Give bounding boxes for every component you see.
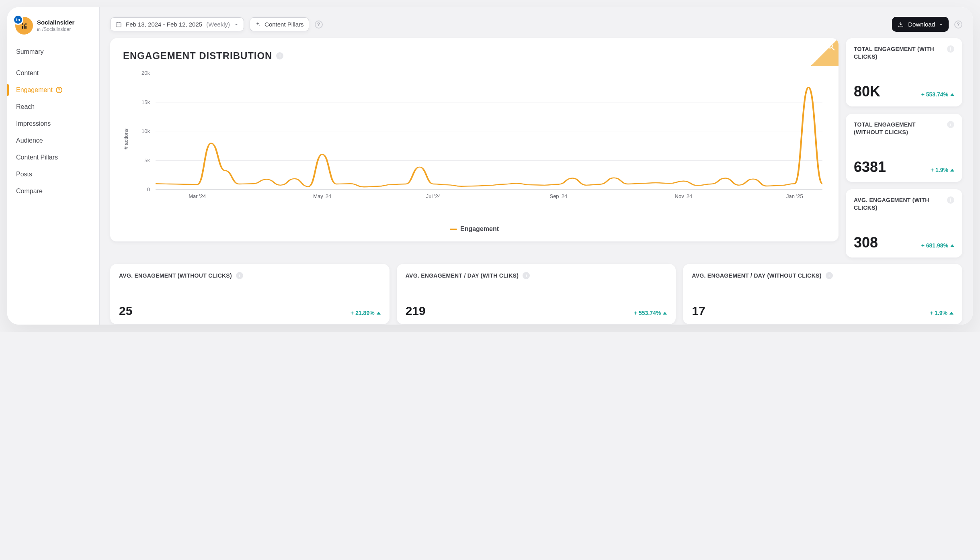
trend-up-icon <box>949 312 953 315</box>
expand-corner[interactable] <box>810 38 839 66</box>
kpi-value: 17 <box>692 304 705 318</box>
trend-up-icon <box>950 244 954 247</box>
kpi-title: AVG. ENGAGEMENT / DAY (WITHOUT CLICKS) <box>692 272 821 280</box>
kpi-title: TOTAL ENGAGEMENT (WITHOUT CLICKS) <box>854 121 943 136</box>
xtick: Jul '24 <box>426 193 441 199</box>
nav-posts[interactable]: Posts <box>7 166 99 183</box>
app-shell: in Socialinsider in /Socialinsider <box>7 7 973 325</box>
main-area: Feb 13, 2024 - Feb 12, 2025 (Weekly) Con… <box>100 7 973 325</box>
nav-pillars[interactable]: Content Pillars <box>7 149 99 166</box>
linkedin-in-icon: in <box>37 27 41 32</box>
svg-rect-1 <box>22 26 23 29</box>
svg-rect-6 <box>116 22 121 27</box>
download-label: Download <box>908 21 935 28</box>
xtick: Mar '24 <box>189 193 206 199</box>
nav-separator <box>16 62 90 62</box>
kpi-delta: + 21.89% <box>351 310 381 316</box>
download-button[interactable]: Download <box>892 17 949 32</box>
kpi-delta: + 553.74% <box>634 310 667 316</box>
ytick: 10k <box>133 128 150 134</box>
chart-xaxis: Mar '24May '24Jul '24Sep '24Nov '24Jan '… <box>156 191 822 205</box>
nav-label: Content Pillars <box>16 154 58 161</box>
nav-summary[interactable]: Summary <box>7 43 99 60</box>
date-range-label: Feb 13, 2024 - Feb 12, 2025 <box>126 21 202 28</box>
nav-label: Engagement <box>16 86 53 94</box>
nav-label: Posts <box>16 171 32 178</box>
info-icon[interactable]: i <box>276 52 283 59</box>
nav-label: Audience <box>16 137 43 144</box>
magnify-icon <box>826 42 835 51</box>
kpi-delta-text: + 1.9% <box>930 310 947 316</box>
nav-impressions[interactable]: Impressions <box>7 115 99 132</box>
info-icon[interactable]: i <box>523 272 530 279</box>
brand-avatar: in <box>15 17 33 35</box>
svg-point-10 <box>259 25 260 26</box>
kpi-avg-engagement-day-without-clicks: AVG. ENGAGEMENT / DAY (WITHOUT CLICKS) i… <box>683 264 962 324</box>
kpi-delta-text: + 681.98% <box>921 242 948 249</box>
trend-up-icon <box>950 169 954 172</box>
date-granularity: (Weekly) <box>206 21 230 28</box>
info-icon[interactable]: i <box>947 121 954 128</box>
help-icon[interactable]: ? <box>315 20 323 29</box>
chart-area: # actions 20k 15k 10k 5k 0 <box>123 73 826 205</box>
chart-yaxis: 20k 15k 10k 5k 0 <box>133 73 150 189</box>
chevron-down-icon <box>939 22 943 27</box>
nav-engagement[interactable]: Engagement ? <box>7 82 99 98</box>
kpi-delta-text: + 553.74% <box>634 310 661 316</box>
chart-ylabel: # actions <box>123 73 129 205</box>
kpi-avg-engagement-day-with-clicks: AVG. ENGAGEMENT / DAY (WITH CLIKS) i 219… <box>397 264 676 324</box>
kpi-title: AVG. ENGAGEMENT / DAY (WITH CLIKS) <box>406 272 519 280</box>
legend-label: Engagement <box>460 225 499 233</box>
svg-point-11 <box>256 25 256 26</box>
info-icon[interactable]: i <box>947 196 954 204</box>
nav-reach[interactable]: Reach <box>7 98 99 115</box>
kpi-delta: + 1.9% <box>931 167 954 173</box>
help-icon[interactable]: ? <box>954 20 962 29</box>
kpi-title: AVG. ENGAGEMENT (WITH CLICKS) <box>854 196 943 212</box>
nav-compare[interactable]: Compare <box>7 183 99 200</box>
calendar-icon <box>115 21 122 28</box>
brand-block: in Socialinsider in /Socialinsider <box>7 7 99 42</box>
brand-text: Socialinsider in /Socialinsider <box>37 19 74 32</box>
nav-label: Summary <box>16 48 43 55</box>
dashboard-grid: ENGAGEMENT DISTRIBUTION i # actions 20k … <box>110 38 962 258</box>
kpi-column: TOTAL ENGAGEMENT (WITH CLICKS) i 80K + 5… <box>846 38 962 258</box>
kpi-total-engagement-without-clicks: TOTAL ENGAGEMENT (WITHOUT CLICKS) i 6381… <box>846 114 962 182</box>
help-icon[interactable]: ? <box>56 87 62 93</box>
info-icon[interactable]: i <box>826 272 833 279</box>
kpi-title: TOTAL ENGAGEMENT (WITH CLICKS) <box>854 45 943 61</box>
pillars-label: Content Pillars <box>264 21 304 28</box>
kpi-value: 308 <box>854 234 878 251</box>
nav-label: Content <box>16 69 39 77</box>
nav-audience[interactable]: Audience <box>7 132 99 149</box>
kpi-delta: + 1.9% <box>930 310 953 316</box>
xtick: May '24 <box>313 193 331 199</box>
svg-rect-3 <box>25 26 27 29</box>
topbar: Feb 13, 2024 - Feb 12, 2025 (Weekly) Con… <box>110 17 962 32</box>
kpi-value: 219 <box>406 304 426 318</box>
brand-handle-text: /Socialinsider <box>42 27 71 32</box>
info-icon[interactable]: i <box>236 272 243 279</box>
ytick: 0 <box>133 186 150 192</box>
info-icon[interactable]: i <box>947 45 954 53</box>
sidebar-nav: Summary Content Engagement ? Reach Impre… <box>7 42 99 200</box>
sidebar: in Socialinsider in /Socialinsider <box>7 7 100 325</box>
kpi-row-bottom: AVG. ENGAGEMENT (WITHOUT CLICKS) i 25 + … <box>110 264 962 324</box>
brand-handle: in /Socialinsider <box>37 27 74 32</box>
nav-label: Impressions <box>16 120 51 127</box>
chart-title-row: ENGAGEMENT DISTRIBUTION i <box>123 50 826 61</box>
ytick: 20k <box>133 70 150 76</box>
content-pillars-button[interactable]: Content Pillars <box>250 17 309 31</box>
kpi-total-engagement-with-clicks: TOTAL ENGAGEMENT (WITH CLICKS) i 80K + 5… <box>846 38 962 106</box>
kpi-delta: + 553.74% <box>921 91 954 98</box>
nav-content[interactable]: Content <box>7 65 99 82</box>
kpi-avg-engagement-without-clicks: AVG. ENGAGEMENT (WITHOUT CLICKS) i 25 + … <box>110 264 390 324</box>
kpi-delta-text: + 1.9% <box>931 167 948 173</box>
kpi-value: 80K <box>854 83 880 100</box>
kpi-delta-text: + 553.74% <box>921 91 948 98</box>
date-range-picker[interactable]: Feb 13, 2024 - Feb 12, 2025 (Weekly) <box>110 17 244 31</box>
chart-line-layer <box>156 73 822 189</box>
chart-legend: Engagement <box>123 225 826 233</box>
download-icon <box>898 21 904 28</box>
ytick: 5k <box>133 157 150 163</box>
